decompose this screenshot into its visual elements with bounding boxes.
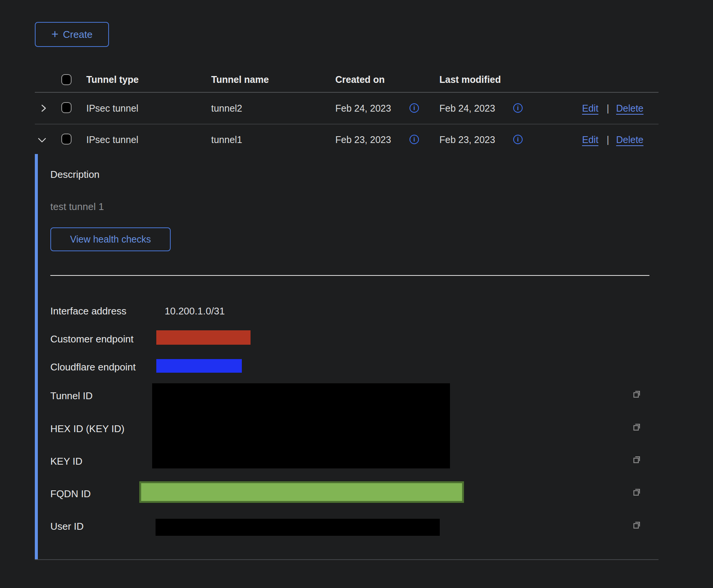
row-checkbox[interactable] — [61, 134, 72, 145]
cloudflare-endpoint-label: Cloudflare endpoint — [50, 361, 136, 373]
create-button-label: Create — [63, 29, 92, 40]
copy-icon[interactable] — [631, 388, 643, 400]
select-all-checkbox[interactable] — [61, 74, 72, 85]
interface-address-label: Interface address — [50, 305, 126, 317]
info-icon[interactable]: i — [409, 103, 419, 113]
user-id-redaction — [156, 519, 440, 536]
column-header-tunnel-name: Tunnel name — [211, 74, 269, 85]
plus-icon: + — [51, 28, 59, 40]
key-id-label: KEY ID — [50, 455, 83, 467]
description-value: test tunnel 1 — [50, 201, 104, 213]
info-icon[interactable]: i — [409, 135, 419, 144]
created-on-cell: Feb 23, 2023 — [335, 134, 391, 145]
fqdn-id-label: FQDN ID — [50, 488, 91, 500]
header-divider — [35, 92, 659, 93]
last-modified-cell: Feb 23, 2023 — [439, 134, 495, 145]
description-label: Description — [50, 168, 100, 180]
tunnels-page: + Create Tunnel type Tunnel name Created… — [0, 0, 713, 588]
tunnel-id-label: Tunnel ID — [50, 390, 93, 402]
copy-icon[interactable] — [631, 454, 643, 465]
user-id-label: User ID — [50, 520, 84, 532]
delete-link[interactable]: Delete — [616, 134, 643, 145]
hex-id-label: HEX ID (KEY ID) — [50, 423, 125, 435]
copy-icon[interactable] — [631, 519, 643, 530]
customer-endpoint-label: Customer endpoint — [50, 333, 134, 345]
create-button[interactable]: + Create — [35, 22, 109, 47]
info-icon[interactable]: i — [513, 103, 523, 113]
view-health-checks-label: View health checks — [70, 234, 151, 245]
customer-endpoint-redaction — [156, 330, 251, 345]
interface-address-value: 10.200.1.0/31 — [165, 305, 225, 317]
edit-link[interactable]: Edit — [582, 134, 598, 145]
action-separator: | — [607, 134, 609, 145]
tunnel-name-cell: tunnel1 — [211, 134, 242, 145]
row-checkbox[interactable] — [61, 102, 72, 113]
fqdn-id-redaction — [139, 481, 464, 503]
expanded-accent-bar — [35, 154, 38, 560]
tunnel-id-redaction — [152, 383, 450, 468]
copy-icon[interactable] — [631, 421, 643, 432]
row-divider — [35, 124, 659, 124]
tunnel-type-cell: IPsec tunnel — [86, 134, 139, 145]
delete-link[interactable]: Delete — [616, 103, 643, 114]
created-on-cell: Feb 24, 2023 — [335, 103, 391, 114]
info-icon[interactable]: i — [513, 135, 523, 144]
chevron-down-icon[interactable] — [37, 135, 47, 145]
column-header-created-on: Created on — [335, 74, 385, 85]
view-health-checks-button[interactable]: View health checks — [50, 227, 171, 251]
copy-icon[interactable] — [631, 486, 643, 498]
edit-link[interactable]: Edit — [582, 103, 598, 114]
chevron-right-icon[interactable] — [39, 104, 48, 113]
column-header-tunnel-type: Tunnel type — [86, 74, 139, 85]
tunnel-type-cell: IPsec tunnel — [86, 103, 139, 114]
cloudflare-endpoint-redaction — [156, 359, 242, 373]
tunnel-name-cell: tunnel2 — [211, 103, 242, 114]
last-modified-cell: Feb 24, 2023 — [439, 103, 495, 114]
action-separator: | — [607, 103, 609, 114]
section-divider — [50, 275, 649, 276]
column-header-last-modified: Last modified — [439, 74, 501, 85]
expanded-bottom-divider — [35, 559, 659, 560]
